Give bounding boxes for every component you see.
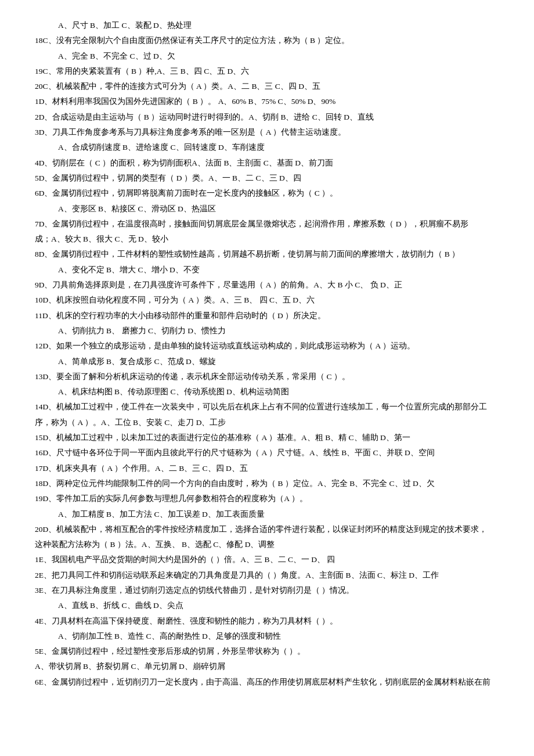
text-line: 17D、机床夹具有（ A ）个作用。A、二 B、三 C、四 D、五 — [35, 462, 499, 476]
text-line: 16D、尺寸链中各环位于同一平面内且彼此平行的尺寸链称为（ A ）尺寸链。A、线… — [35, 446, 499, 460]
text-line: A、带状切屑 B、挤裂切屑 C、单元切屑 D、崩碎切屑 — [35, 660, 499, 674]
text-line: 7D、金属切削过程中，在温度很高时，接触面间切屑底层金属呈微熔状态，起润滑作用，… — [35, 217, 499, 231]
text-line: A、加工精度 B、加工方法 C、加工误差 D、加工表面质量 — [35, 507, 499, 521]
text-line: 2D、合成运动是由主运动与（ B ）运动同时进行时得到的。A、切削 B、进给 C… — [35, 110, 499, 124]
text-line: A、尺寸 B、加工 C、装配 D、热处理 — [35, 19, 499, 33]
text-line: 20D、机械装配中，将相互配合的零件按经济精度加工，选择合适的零件进行装配，以保… — [35, 523, 499, 537]
text-line: A、切削加工性 B、造性 C、高的耐热性 D、足够的强度和韧性 — [35, 629, 499, 643]
text-line: A、机床结构图 B、传动原理图 C、传动系统图 D、机构运动简图 — [35, 385, 499, 399]
text-line: A、合成切削速度 B、进给速度 C、回转速度 D、车削速度 — [35, 141, 499, 154]
text-line: A、切削抗力 B、 磨擦力 C、切削力 D、惯性力 — [35, 324, 499, 338]
text-line: 这种装配方法称为（ B ）法。A、互换、 B、选配 C、修配 D、调整 — [35, 538, 499, 552]
text-line: 成；A、较大 B、很大 C、无 D、较小 — [35, 232, 499, 246]
text-line: 18C、没有完全限制六个自由度面仍然保证有关工序尺寸的定位方法，称为（ B ）定… — [35, 34, 499, 48]
text-line: 4E、刀具材料在高温下保持硬度、耐磨性、强度和韧性的能力，称为刀具材料（ ）。 — [35, 614, 499, 628]
text-line: 11D、机床的空行程功率的大小由移动部件的重量和部件启动时的（ D ）所决定。 — [35, 309, 499, 323]
text-line: 3D、刀具工作角度参考系与刀具标注角度参考系的唯一区别是（ A ）代替主运动速度… — [35, 125, 499, 139]
text-line: 14D、机械加工过程中，使工件在一次装夹中，可以先后在机床上占有不同的位置进行连… — [35, 400, 499, 414]
main-content: A、尺寸 B、加工 C、装配 D、热处理18C、没有完全限制六个自由度面仍然保证… — [35, 19, 499, 689]
text-line: A、完全 B、不完全 C、过 D、欠 — [35, 49, 499, 63]
text-line: 5D、金属切削过程中，切屑的类型有（ D ）类。A、一 B、二 C、三 D、四 — [35, 171, 499, 185]
text-line: A、变形区 B、粘接区 C、滑动区 D、热温区 — [35, 202, 499, 216]
text-line: 8D、金属切削过程中，工件材料的塑性或韧性越高，切屑越不易折断，使切屑与前刀面间… — [35, 247, 499, 261]
text-line: 18D、两种定位元件均能限制工件的同一个方向的自由度时，称为（ B ）定位。A、… — [35, 477, 499, 491]
text-line: 20C、机械装配中，零件的连接方式可分为（ A ）类。A、二 B、三 C、四 D… — [35, 80, 499, 93]
text-line: 19C、常用的夹紧装置有（ B ）种,A、三 B、四 C、五 D、六 — [35, 64, 499, 78]
text-line: 6D、金属切削过程中，切屑即将脱离前刀面时在一定长度内的接触区，称为（ C ）。 — [35, 186, 499, 200]
text-line: 1D、材料利用率我国仅为国外先进国家的（ B ）。 A、60% B、75% C、… — [35, 95, 499, 109]
text-line: 12D、如果一个独立的成形运动，是由单独的旋转运动或直线运动构成的，则此成形运动… — [35, 339, 499, 353]
text-line: 10D、机床按照自动化程度不同，可分为（ A ）类。A、三 B、 四 C、五 D… — [35, 293, 499, 307]
text-line: 4D、切削层在（ C ）的面积，称为切削面积A、法面 B、主剖面 C、基面 D、… — [35, 156, 499, 170]
text-line: 序，称为（ A ）。A、工位 B、安装 C、走刀 D、工步 — [35, 416, 499, 430]
text-line: 15D、机械加工过程中，以未加工过的表面进行定位的基准称（ A ）基准。A、粗 … — [35, 431, 499, 445]
text-line: 2E、把刀具同工件和切削运动联系起来确定的刀具角度是刀具的（ ）角度。A、主剖面… — [35, 568, 499, 582]
text-line: A、变化不定 B、增大 C、增小 D、不变 — [35, 263, 499, 277]
text-line: A、直线 B、折线 C、曲线 D、尖点 — [35, 599, 499, 613]
text-line: 13D、要全面了解和分析机床运动的传递，表示机床全部运动传动关系，常采用（ C … — [35, 370, 499, 384]
text-line: 1E、我国机电产平品交货期的时间大约是国外的（ ）倍。A、三 B、二 C、一 D… — [35, 553, 499, 567]
text-line: A、简单成形 B、复合成形 C、范成 D、螺旋 — [35, 355, 499, 369]
text-line: 9D、刀具前角选择原则是，在刀具强度许可条件下，尽量选用（ A ）的前角。A、大… — [35, 278, 499, 292]
text-line: 6E、金属切削过程中，近切削刃刀一定长度内，由于高温、高压的作用使切屑底层材料产… — [35, 675, 499, 689]
text-line: 3E、在刀具标注角度里，通过切削刃选定点的切线代替曲刃，是针对切削刃是（ ）情况… — [35, 584, 499, 597]
text-line: 5E、金属切削过程中，经过塑性变形后形成的切屑，外形呈带状称为（ ）。 — [35, 645, 499, 658]
text-line: 19D、零件加工后的实际几何参数与理想几何参数相符合的程度称为（A ）。 — [35, 492, 499, 506]
